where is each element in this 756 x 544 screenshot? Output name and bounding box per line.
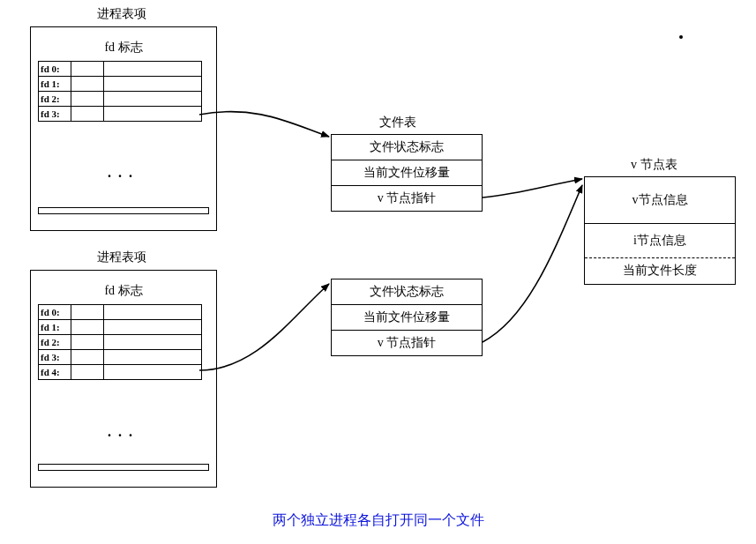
file-table-row: 当前文件位移量 xyxy=(332,160,482,186)
fd-table-2: fd 0: fd 1: fd 2: fd 3: fd 4: xyxy=(38,304,202,380)
vnode-table-title: v 节点表 xyxy=(631,157,677,173)
process-table-1: fd 标志 fd 0: fd 1: fd 2: fd 3: ··· xyxy=(30,26,217,231)
fd-flag-caption-2: fd 标志 xyxy=(31,283,216,299)
fd-row: fd 0: xyxy=(39,305,201,320)
file-table-2: 文件状态标志 当前文件位移量 v 节点指针 xyxy=(331,279,483,356)
decoration-dot xyxy=(679,35,683,39)
fd-flag-caption-1: fd 标志 xyxy=(31,40,216,56)
file-table-row: 当前文件位移量 xyxy=(332,305,482,331)
process-table-2: fd 标志 fd 0: fd 1: fd 2: fd 3: fd 4: ··· xyxy=(30,270,217,488)
fd-row: fd 3: xyxy=(39,350,201,365)
process-table-2-title: 进程表项 xyxy=(97,250,146,265)
file-table-1-title: 文件表 xyxy=(379,115,416,130)
fd-row: fd 3: xyxy=(39,107,201,121)
file-table-row: 文件状态标志 xyxy=(332,279,482,305)
ellipsis-1: ··· xyxy=(108,168,139,184)
fd-row: fd 2: xyxy=(39,335,201,350)
fd-row: fd 1: xyxy=(39,320,201,335)
diagram-canvas: 进程表项 fd 标志 fd 0: fd 1: fd 2: fd 3: ··· 文… xyxy=(0,0,756,544)
file-table-row: 文件状态标志 xyxy=(332,135,482,160)
fd-table-1: fd 0: fd 1: fd 2: fd 3: xyxy=(38,61,202,122)
fd-row: fd 1: xyxy=(39,77,201,92)
vnode-table: v节点信息 i节点信息 当前文件长度 xyxy=(584,176,736,285)
inode-info-text: i节点信息 xyxy=(585,233,735,249)
fd-row: fd 0: xyxy=(39,62,201,77)
file-table-row: v 节点指针 xyxy=(332,186,482,211)
inode-info-row: i节点信息 当前文件长度 xyxy=(585,224,735,284)
bottom-bar-2 xyxy=(38,464,209,471)
fd-row: fd 4: xyxy=(39,365,201,379)
file-table-row: v 节点指针 xyxy=(332,331,482,355)
vnode-info-row: v节点信息 xyxy=(585,177,735,224)
ellipsis-2: ··· xyxy=(108,428,139,443)
file-length-text: 当前文件长度 xyxy=(585,263,735,279)
process-table-1-title: 进程表项 xyxy=(97,6,146,22)
dashed-divider xyxy=(585,257,735,258)
file-table-1: 文件状态标志 当前文件位移量 v 节点指针 xyxy=(331,134,483,212)
fd-row: fd 2: xyxy=(39,92,201,107)
bottom-bar-1 xyxy=(38,207,209,214)
diagram-caption: 两个独立进程各自打开同一个文件 xyxy=(0,511,756,530)
